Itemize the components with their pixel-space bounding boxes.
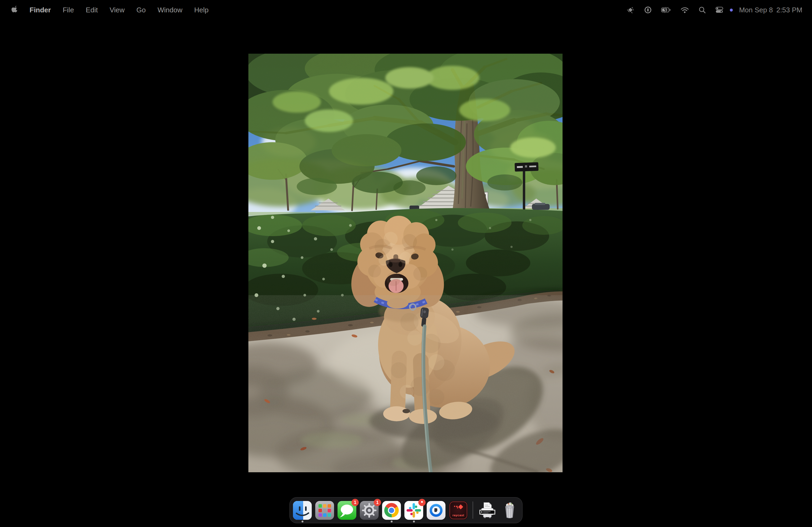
dock-item-system-settings[interactable]: 1: [360, 501, 379, 523]
dock-item-messages[interactable]: 1: [337, 501, 356, 523]
notification-badge: 1: [351, 499, 359, 506]
dock-item-trash[interactable]: [500, 501, 519, 523]
dock-item-raycast[interactable]: raycast: [449, 501, 468, 523]
wifi-icon[interactable]: [680, 6, 689, 14]
menu-file[interactable]: File: [62, 6, 74, 14]
menu-bar-left: Finder File Edit View Go Window Help: [0, 0, 209, 20]
desktop: { "colors": { "menubar-text": "#9b9b9b",…: [0, 0, 812, 527]
apple-menu[interactable]: [11, 5, 18, 15]
dock-item-chrome[interactable]: [382, 501, 401, 523]
menu-app-name[interactable]: Finder: [30, 6, 51, 14]
dock: 1 1: [289, 497, 523, 523]
clock-time: 2:53 PM: [776, 6, 802, 14]
menu-help[interactable]: Help: [194, 6, 208, 14]
running-indicator: [413, 521, 415, 523]
menu-bar-status-tray: Mon Sep 8 2:53 PM: [626, 0, 812, 20]
clock-date: Mon Sep 8: [739, 6, 773, 14]
notification-badge: •: [418, 499, 425, 506]
raycast-wordmark: raycast: [452, 514, 464, 517]
menu-bar: Finder File Edit View Go Window Help: [0, 0, 812, 20]
dock-item-1password[interactable]: [427, 501, 446, 523]
launchpad-icon: [315, 501, 334, 520]
dock-item-printer[interactable]: [478, 501, 497, 523]
printer-icon: [478, 501, 497, 520]
dock-separator: [473, 501, 473, 519]
raycast-icon: raycast: [449, 501, 468, 520]
menu-view[interactable]: View: [110, 6, 125, 14]
menu-edit[interactable]: Edit: [86, 6, 98, 14]
menu-window[interactable]: Window: [158, 6, 182, 14]
hatched-diamond-menubar-icon[interactable]: [626, 6, 635, 14]
menubar-clock[interactable]: Mon Sep 8 2:53 PM: [739, 6, 802, 14]
control-center-icon[interactable]: [715, 6, 724, 14]
dock-item-finder[interactable]: [293, 501, 312, 523]
battery-charging-icon[interactable]: [661, 6, 671, 14]
photo-viewer: [248, 54, 563, 472]
1password-icon: [427, 501, 446, 520]
notification-badge: 1: [374, 499, 381, 506]
dock-item-slack[interactable]: •: [404, 501, 423, 523]
menu-go[interactable]: Go: [136, 6, 146, 14]
spotlight-search-icon[interactable]: [698, 6, 706, 14]
trash-full-icon: [500, 501, 519, 520]
photo-grain: [248, 54, 563, 472]
1password-menubar-icon[interactable]: [644, 6, 652, 14]
finder-icon: [293, 501, 312, 520]
focus-indicator-dot[interactable]: [730, 9, 733, 12]
running-indicator: [391, 521, 393, 523]
dock-item-launchpad[interactable]: [315, 501, 334, 523]
running-indicator: [302, 521, 303, 523]
chrome-icon: [382, 501, 401, 520]
apple-logo-icon: [11, 5, 18, 13]
dog-park-photo: [248, 54, 563, 472]
